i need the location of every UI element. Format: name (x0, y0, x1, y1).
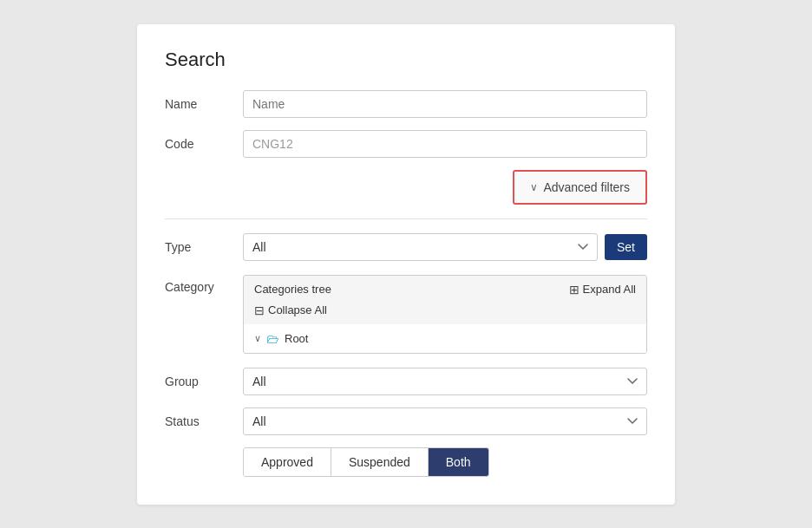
plus-icon: ⊞ (569, 283, 580, 297)
set-button[interactable]: Set (605, 234, 647, 260)
advanced-filters-button[interactable]: ∨ Advanced filters (513, 170, 647, 205)
collapse-all-wrap: ⊟ Collapse All (244, 303, 646, 324)
name-row: Name (165, 90, 647, 118)
category-row: Category Categories tree ⊞ Expand All ⊟ … (165, 275, 647, 354)
type-label: Type (165, 240, 243, 254)
type-row: Type All Type 1 Type 2 Set (165, 233, 647, 261)
collapse-all-label: Collapse All (268, 303, 327, 316)
category-tree-header: Categories tree ⊞ Expand All (244, 276, 646, 303)
minus-icon: ⊟ (254, 303, 265, 317)
status-row: Status All Active Inactive (165, 407, 647, 435)
code-input[interactable] (243, 130, 647, 158)
type-select-wrap: All Type 1 Type 2 Set (243, 233, 647, 261)
collapse-all-button[interactable]: ⊟ Collapse All (254, 303, 327, 317)
expand-all-label: Expand All (583, 283, 636, 296)
code-row: Code (165, 130, 647, 158)
page-title: Search (165, 49, 647, 71)
advanced-filters-row: ∨ Advanced filters (165, 170, 647, 205)
approved-toggle[interactable]: Approved (244, 448, 331, 476)
expand-all-button[interactable]: ⊞ Expand All (569, 283, 636, 297)
name-input[interactable] (243, 90, 647, 118)
root-item[interactable]: ∨ 🗁 Root (244, 324, 646, 353)
suspended-toggle[interactable]: Suspended (331, 448, 429, 476)
toggle-row: Approved Suspended Both (165, 447, 647, 477)
both-toggle[interactable]: Both (429, 448, 488, 476)
type-select[interactable]: All Type 1 Type 2 (243, 233, 598, 261)
advanced-section: Type All Type 1 Type 2 Set Category Cate… (165, 233, 647, 477)
toggle-group: Approved Suspended Both (243, 447, 489, 477)
advanced-filters-label: Advanced filters (543, 180, 630, 194)
group-label: Group (165, 375, 243, 388)
root-label: Root (285, 332, 308, 345)
categories-tree-title: Categories tree (254, 283, 331, 296)
search-card: Search Name Code ∨ Advanced filters Type… (137, 24, 675, 505)
code-label: Code (165, 137, 243, 151)
folder-icon: 🗁 (266, 331, 279, 346)
status-select[interactable]: All Active Inactive (243, 407, 647, 435)
status-label: Status (165, 414, 243, 428)
chevron-down-icon: ∨ (530, 181, 538, 193)
divider (165, 218, 647, 219)
category-label: Category (165, 275, 243, 294)
chevron-right-icon: ∨ (254, 333, 261, 344)
name-label: Name (165, 97, 243, 111)
group-row: Group All Group 1 Group 2 (165, 368, 647, 395)
group-select[interactable]: All Group 1 Group 2 (243, 368, 647, 395)
category-tree-box: Categories tree ⊞ Expand All ⊟ Collapse … (243, 275, 647, 354)
